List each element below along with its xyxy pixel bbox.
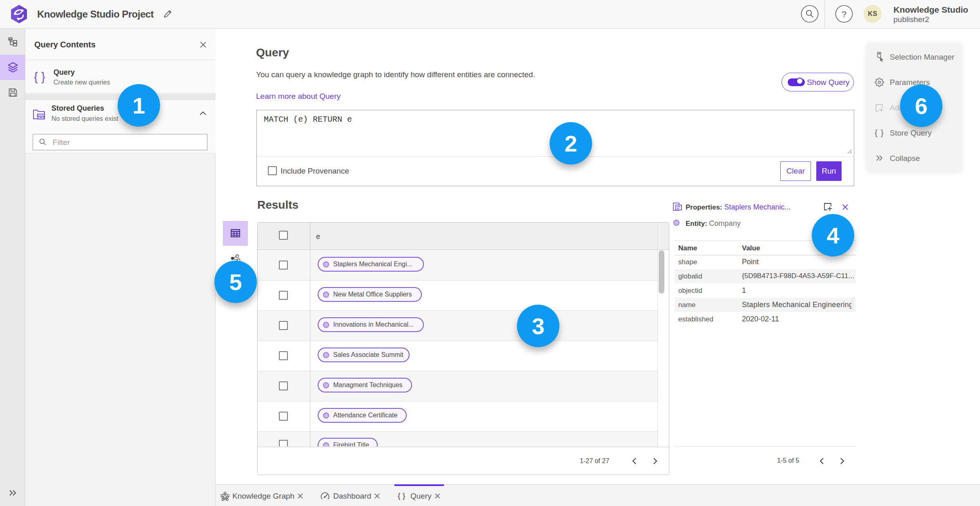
svg-text:?: ? [842,9,846,19]
